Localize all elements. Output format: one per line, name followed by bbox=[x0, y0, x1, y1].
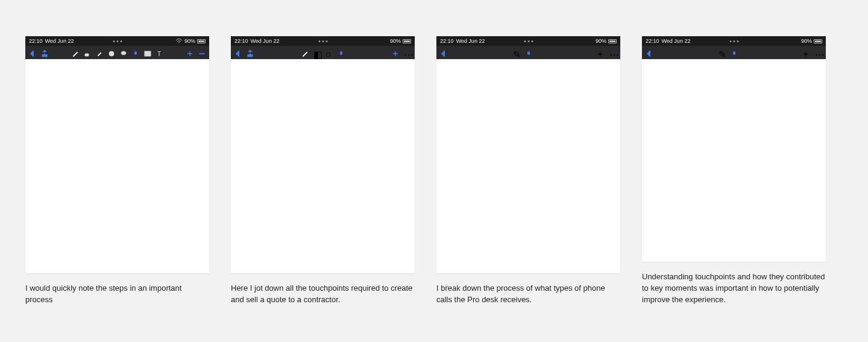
lasso-icon[interactable] bbox=[120, 49, 127, 56]
shape-icon[interactable] bbox=[108, 49, 115, 56]
wifi-icon bbox=[175, 39, 183, 44]
image-icon[interactable] bbox=[144, 49, 151, 56]
more-icon[interactable]: ⋯ bbox=[815, 49, 822, 56]
battery-icon bbox=[197, 39, 206, 43]
goodnotes-toolbar: ◧○ ⋯ bbox=[231, 46, 415, 59]
more-icon[interactable] bbox=[198, 49, 206, 56]
caption-1: I would quickly note the steps in an imp… bbox=[25, 283, 209, 306]
svg-rect-3 bbox=[134, 51, 137, 55]
goodnotes-toolbar: ✎ +⋯ bbox=[436, 46, 620, 59]
ipad-screenshot-2: 22:10Wed Jun 22 90% ◧○ ⋯ Getting a Quote… bbox=[231, 36, 415, 273]
svg-point-2 bbox=[121, 51, 126, 55]
back-icon[interactable] bbox=[440, 49, 447, 56]
mic-icon[interactable] bbox=[731, 49, 738, 56]
add-icon[interactable] bbox=[186, 49, 193, 56]
eraser-icon[interactable]: ◧ bbox=[313, 49, 321, 56]
research-panel-2: 22:10Wed Jun 22 90% ◧○ ⋯ Getting a Quote… bbox=[231, 36, 415, 306]
more-icon[interactable]: ⋯ bbox=[609, 49, 617, 56]
svg-point-1 bbox=[109, 51, 114, 56]
research-panel-4: 22:10Wed Jun 22 90% ✎ +⋯ 2 Need a quote … bbox=[642, 36, 826, 306]
back-icon[interactable] bbox=[29, 49, 36, 56]
status-time: 22:10 bbox=[29, 38, 43, 44]
battery-pct: 90% bbox=[184, 38, 195, 44]
svg-point-8 bbox=[203, 53, 204, 54]
pen-icon[interactable] bbox=[301, 49, 309, 56]
caption-2: Here I jot down all the touchpoints requ… bbox=[231, 283, 415, 306]
svg-text:T: T bbox=[157, 51, 161, 57]
pen-icon[interactable]: ✎ bbox=[513, 49, 520, 56]
svg-rect-13 bbox=[527, 51, 530, 55]
ipad-status-bar: 22:10Wed Jun 22 90% bbox=[642, 36, 826, 46]
ipad-screenshot-1: 22:10 Wed Jun 22 90% bbox=[25, 36, 209, 273]
add-icon[interactable] bbox=[392, 49, 399, 56]
ipad-screenshot-4: 22:10Wed Jun 22 90% ✎ +⋯ 2 Need a quote … bbox=[642, 36, 826, 262]
highlighter-icon[interactable] bbox=[96, 49, 103, 56]
back-icon[interactable] bbox=[646, 49, 653, 56]
mic-icon[interactable] bbox=[338, 49, 345, 56]
shape-icon[interactable]: ○ bbox=[326, 49, 333, 56]
goodnotes-toolbar: T bbox=[25, 46, 209, 59]
caption-3: I break down the process of what types o… bbox=[436, 283, 620, 306]
pen-icon[interactable]: ✎ bbox=[719, 49, 726, 56]
eraser-icon[interactable] bbox=[84, 49, 91, 56]
add-icon[interactable]: + bbox=[597, 49, 605, 56]
caption-4: Understanding touchpoints and how they c… bbox=[642, 271, 826, 306]
text-icon[interactable]: T bbox=[156, 49, 163, 56]
pen-icon[interactable] bbox=[72, 49, 79, 56]
add-icon[interactable]: + bbox=[803, 49, 810, 56]
research-panel-3: 22:10Wed Jun 22 90% ✎ +⋯ 2 Need a quote … bbox=[436, 36, 620, 306]
ipad-status-bar: 22:10Wed Jun 22 90% bbox=[436, 36, 620, 46]
back-icon[interactable] bbox=[234, 49, 242, 56]
research-panel-1: 22:10 Wed Jun 22 90% bbox=[25, 36, 209, 306]
svg-point-7 bbox=[201, 53, 203, 54]
svg-rect-0 bbox=[85, 54, 89, 56]
mic-icon[interactable] bbox=[525, 49, 532, 56]
svg-rect-15 bbox=[733, 51, 735, 55]
goodnotes-toolbar: ✎ +⋯ bbox=[642, 46, 826, 59]
svg-rect-10 bbox=[340, 51, 342, 55]
svg-rect-4 bbox=[145, 51, 151, 56]
status-date: Wed Jun 22 bbox=[45, 38, 74, 44]
svg-point-6 bbox=[200, 53, 201, 54]
ipad-status-bar: 22:10 Wed Jun 22 90% bbox=[25, 36, 209, 46]
share-icon[interactable] bbox=[247, 49, 254, 56]
mic-icon[interactable] bbox=[132, 49, 139, 56]
more-icon[interactable]: ⋯ bbox=[404, 49, 411, 56]
ipad-status-bar: 22:10Wed Jun 22 90% bbox=[231, 36, 415, 46]
share-icon[interactable] bbox=[41, 49, 48, 56]
ipad-screenshot-3: 22:10Wed Jun 22 90% ✎ +⋯ 2 Need a quote … bbox=[436, 36, 620, 273]
